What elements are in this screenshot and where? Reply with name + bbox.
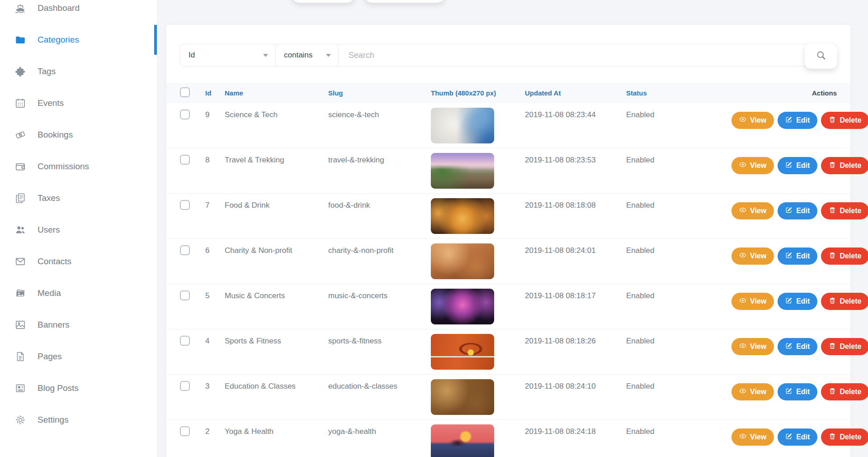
delete-button[interactable]: Delete (821, 202, 868, 219)
sidebar-item-label: Banners (38, 320, 70, 330)
column-header-status[interactable]: Status (626, 89, 731, 97)
sidebar-item-label: Media (38, 288, 61, 298)
row-status: Enabled (626, 420, 731, 436)
filter-operator-select[interactable]: contains (275, 44, 339, 67)
edit-button[interactable]: Edit (778, 248, 817, 265)
row-updated-at: 2019-11-08 08:18:08 (525, 194, 626, 210)
filter-field-select[interactable]: Id (180, 44, 276, 67)
envelope-icon (14, 256, 26, 268)
view-button[interactable]: View (731, 112, 774, 129)
edit-button[interactable]: Edit (778, 383, 817, 400)
row-slug: music-&-concerts (328, 284, 431, 300)
row-checkbox[interactable] (180, 109, 190, 119)
row-checkbox[interactable] (180, 155, 190, 165)
search-input[interactable] (339, 44, 805, 66)
thumb-yoga-sunset (431, 424, 494, 457)
trash-icon (829, 387, 836, 396)
edit-button[interactable]: Edit (778, 112, 817, 129)
sidebar-item-label: Users (38, 225, 60, 235)
row-updated-at: 2019-11-08 08:18:26 (525, 329, 626, 346)
delete-button[interactable]: Delete (821, 338, 868, 355)
table-row: 7 Food & Drink food-&-drink 2019-11-08 0… (166, 194, 850, 239)
view-button[interactable]: View (731, 157, 774, 174)
edit-pencil-icon (785, 161, 793, 170)
edit-button[interactable]: Edit (778, 157, 817, 174)
chevron-down-icon (263, 54, 268, 57)
delete-button[interactable]: Delete (821, 293, 868, 310)
column-header-thumb[interactable]: Thumb (480x270 px) (431, 89, 525, 97)
view-button[interactable]: View (731, 202, 774, 219)
row-updated-at: 2019-11-08 08:24:10 (525, 375, 626, 391)
sidebar-item-commissions[interactable]: Commissions (0, 151, 157, 182)
puzzle-icon (14, 66, 26, 78)
row-slug: education-&-classes (328, 375, 431, 391)
row-name: Education & Classes (225, 375, 328, 391)
row-checkbox[interactable] (180, 426, 190, 436)
edit-pencil-icon (785, 297, 793, 306)
row-status: Enabled (626, 375, 731, 391)
view-button[interactable]: View (731, 248, 774, 265)
sidebar-item-users[interactable]: Users (0, 214, 157, 246)
sidebar-item-categories[interactable]: Categories (0, 24, 157, 56)
filter-bar: Id contains (180, 44, 837, 67)
row-id: 4 (205, 329, 225, 346)
sidebar-item-media[interactable]: Media (0, 277, 157, 309)
column-header-slug[interactable]: Slug (328, 89, 431, 97)
edit-button[interactable]: Edit (778, 338, 817, 355)
table-row: 3 Education & Classes education-&-classe… (166, 375, 850, 420)
sidebar-item-tags[interactable]: Tags (0, 56, 157, 87)
sidebar-item-blog-posts[interactable]: Blog Posts (0, 372, 157, 404)
delete-button[interactable]: Delete (821, 248, 868, 265)
sidebar-item-events[interactable]: Events (0, 87, 157, 119)
delete-button[interactable]: Delete (821, 428, 868, 446)
delete-button[interactable]: Delete (821, 157, 868, 174)
sidebar-item-bookings[interactable]: Bookings (0, 119, 157, 151)
sidebar-item-taxes[interactable]: Taxes (0, 182, 157, 214)
table-row: 8 Travel & Trekking travel-&-trekking 20… (166, 148, 850, 194)
edit-button[interactable]: Edit (778, 202, 817, 219)
select-all-checkbox[interactable] (180, 87, 190, 97)
column-header-id[interactable]: Id (205, 89, 225, 97)
row-checkbox[interactable] (180, 290, 190, 300)
sidebar-item-banners[interactable]: Banners (0, 309, 157, 341)
content-card: Id contains (166, 25, 850, 457)
calendar-icon (14, 97, 26, 109)
cut-off-button[interactable] (292, 0, 355, 3)
sidebar-item-contacts[interactable]: Contacts (0, 246, 157, 277)
edit-button[interactable]: Edit (778, 293, 817, 310)
eye-icon (739, 252, 746, 261)
view-button[interactable]: View (731, 383, 774, 400)
row-updated-at: 2019-11-08 08:18:17 (525, 284, 626, 300)
view-button[interactable]: View (731, 293, 774, 310)
sidebar-item-label: Contacts (38, 257, 71, 267)
banner-image-icon (14, 319, 26, 331)
cut-off-button[interactable] (364, 0, 445, 3)
documents-icon (14, 192, 26, 205)
trash-icon (829, 433, 836, 442)
row-checkbox[interactable] (180, 381, 190, 391)
row-checkbox[interactable] (180, 200, 190, 210)
chevron-down-icon (326, 54, 331, 57)
table-header-row: Id Name Slug Thumb (480x270 px) Updated … (166, 83, 850, 103)
row-checkbox[interactable] (180, 245, 190, 255)
table-row: 9 Science & Tech science-&-tech 2019-11-… (166, 103, 850, 148)
column-header-updated-at[interactable]: Updated At (525, 89, 626, 97)
sidebar-item-pages[interactable]: Pages (0, 341, 157, 372)
sidebar-item-dashboard[interactable]: Dashboard (0, 0, 157, 24)
row-checkbox[interactable] (180, 336, 190, 346)
view-button[interactable]: View (731, 338, 774, 355)
search-button[interactable] (805, 43, 837, 69)
delete-button[interactable]: Delete (821, 112, 868, 129)
delete-button[interactable]: Delete (821, 383, 868, 400)
gear-icon (14, 414, 26, 426)
thumb-library (431, 379, 494, 415)
categories-table: Id Name Slug Thumb (480x270 px) Updated … (166, 83, 850, 457)
thumb-tennis-court (431, 334, 494, 370)
row-updated-at: 2019-11-08 08:24:01 (525, 239, 626, 255)
column-header-name[interactable]: Name (225, 89, 328, 97)
edit-button[interactable]: Edit (778, 428, 817, 446)
sidebar-item-label: Settings (38, 415, 69, 425)
sidebar-item-settings[interactable]: Settings (0, 404, 157, 436)
view-button[interactable]: View (731, 428, 774, 446)
table-row: 5 Music & Concerts music-&-concerts 2019… (166, 284, 850, 329)
